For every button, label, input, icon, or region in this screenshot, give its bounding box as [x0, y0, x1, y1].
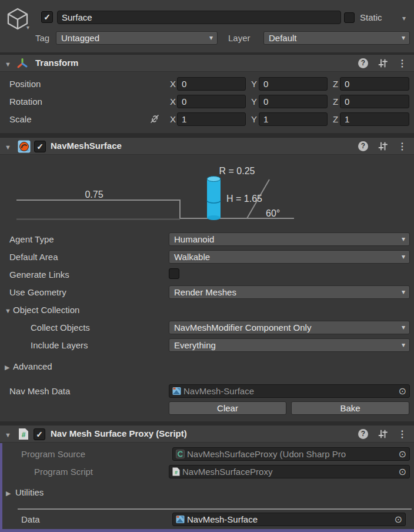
- axis-z-label: Z: [333, 114, 338, 125]
- use-geometry-dropdown[interactable]: Render Meshes ▾: [169, 285, 410, 299]
- foldout-closed-icon[interactable]: ▶: [6, 489, 11, 497]
- proxy-title: Nav Mesh Surface Proxy (Script): [51, 428, 187, 438]
- position-y-field[interactable]: 0: [259, 77, 328, 91]
- tag-dropdown[interactable]: Untagged ▾: [56, 31, 218, 45]
- position-x-value: 0: [182, 79, 186, 89]
- position-z-value: 0: [345, 79, 349, 89]
- foldout-open-icon[interactable]: ▼: [5, 143, 11, 151]
- data-value: NavMesh-Surface: [187, 514, 392, 524]
- program-source-value: NavMeshSurfaceProxy (Udon Sharp Pro: [187, 449, 396, 459]
- collect-objects-dropdown[interactable]: NavMeshModifier Component Only ▾: [169, 321, 410, 334]
- program-script-field[interactable]: # NavMeshSurfaceProxy ⊙: [169, 465, 410, 478]
- unlink-icon[interactable]: [149, 113, 161, 125]
- include-layers-label: Include Layers: [31, 340, 88, 351]
- rotation-y-field[interactable]: 0: [259, 95, 328, 108]
- generate-links-checkbox[interactable]: [169, 268, 179, 279]
- scale-x-field[interactable]: 1: [177, 112, 246, 126]
- navmeshsurface-header[interactable]: ▼ ✓ NavMeshSurface ? ⋮: [0, 137, 414, 155]
- gameobject-name-input[interactable]: Surface: [57, 11, 341, 24]
- advanced-foldout[interactable]: Advanced: [13, 361, 52, 373]
- static-dropdown-icon[interactable]: ▾: [402, 14, 406, 22]
- agent-type-dropdown[interactable]: Humanoid ▾: [169, 232, 410, 246]
- gameobject-cube-icon[interactable]: [6, 7, 29, 31]
- help-icon[interactable]: ?: [358, 141, 368, 151]
- object-collection-foldout[interactable]: Object Collection: [13, 304, 79, 316]
- selection-outline-left: [0, 443, 2, 532]
- position-label: Position: [9, 78, 41, 90]
- program-source-field[interactable]: NavMeshSurfaceProxy (Udon Sharp Pro ⊙: [172, 447, 410, 461]
- help-icon[interactable]: ?: [358, 429, 368, 439]
- scale-y-value: 1: [263, 114, 268, 124]
- data-label: Data: [21, 514, 40, 526]
- navmesh-asset-icon: [172, 387, 181, 395]
- chevron-down-icon: ▾: [402, 251, 405, 263]
- chevron-down-icon: ▾: [402, 339, 405, 351]
- scale-y-field[interactable]: 1: [259, 112, 328, 126]
- static-checkbox[interactable]: [344, 12, 355, 23]
- chevron-down-icon: ▾: [402, 321, 405, 334]
- transform-header[interactable]: ▼ Transform ? ⋮: [0, 54, 414, 72]
- clear-button[interactable]: Clear: [169, 401, 286, 415]
- check-icon: ✓: [44, 12, 51, 22]
- bake-button[interactable]: Bake: [291, 401, 409, 415]
- utilities-foldout[interactable]: Utilities: [15, 487, 44, 498]
- proxy-header[interactable]: ▼ # ✓ Nav Mesh Surface Proxy (Script) ? …: [0, 425, 414, 443]
- csharp-script-icon: #: [172, 467, 180, 476]
- position-z-field[interactable]: 0: [340, 77, 409, 91]
- diagram-height-label: H = 1.65: [226, 194, 262, 204]
- axis-y-label: Y: [251, 114, 257, 125]
- rotation-x-field[interactable]: 0: [177, 95, 246, 108]
- object-picker-icon[interactable]: ⊙: [399, 385, 406, 397]
- chevron-down-icon: ▾: [402, 233, 405, 245]
- foldout-open-icon[interactable]: ▼: [5, 307, 11, 315]
- csharp-script-icon: #: [18, 428, 29, 440]
- position-y-value: 0: [263, 79, 268, 89]
- axis-y-label: Y: [251, 96, 257, 108]
- default-area-label: Default Area: [9, 251, 58, 263]
- diagram-radius-label: R = 0.25: [219, 166, 255, 176]
- selection-outline-bottom: [0, 529, 414, 532]
- menu-icon[interactable]: ⋮: [398, 141, 407, 151]
- object-picker-icon[interactable]: ⊙: [395, 514, 402, 526]
- menu-icon[interactable]: ⋮: [398, 429, 407, 439]
- proxy-enabled-checkbox[interactable]: ✓: [34, 428, 45, 440]
- foldout-open-icon[interactable]: ▼: [5, 60, 11, 68]
- default-area-dropdown[interactable]: Walkable ▾: [169, 250, 410, 264]
- help-icon[interactable]: ?: [358, 58, 368, 68]
- include-layers-value: Everything: [174, 340, 216, 350]
- use-geometry-value: Render Meshes: [174, 287, 236, 297]
- generate-links-label: Generate Links: [9, 269, 69, 281]
- layer-value: Default: [269, 33, 297, 43]
- chevron-down-icon: ▾: [402, 32, 405, 44]
- gameobject-icon-dropdown-icon[interactable]: ▾: [26, 24, 29, 32]
- axis-x-label: X: [170, 78, 176, 90]
- agent-type-label: Agent Type: [9, 234, 54, 245]
- presets-icon[interactable]: [378, 142, 388, 151]
- presets-icon[interactable]: [378, 59, 388, 68]
- axis-x-label: X: [170, 96, 176, 108]
- udon-program-icon: [176, 450, 185, 458]
- foldout-closed-icon[interactable]: ▶: [5, 363, 9, 371]
- object-picker-icon[interactable]: ⊙: [399, 466, 406, 478]
- navmeshsurface-enabled-checkbox[interactable]: ✓: [34, 141, 46, 152]
- menu-icon[interactable]: ⋮: [398, 58, 407, 68]
- rotation-z-field[interactable]: 0: [340, 95, 409, 108]
- scale-z-field[interactable]: 1: [340, 112, 409, 126]
- program-source-label: Program Source: [21, 448, 85, 460]
- svg-text:#: #: [22, 431, 26, 439]
- program-script-label: Program Script: [34, 466, 93, 478]
- data-field[interactable]: NavMesh-Surface ⊙: [172, 513, 406, 526]
- rotation-x-value: 0: [182, 97, 186, 107]
- presets-icon[interactable]: [378, 430, 388, 438]
- position-x-field[interactable]: 0: [177, 77, 246, 91]
- axis-z-label: Z: [333, 78, 338, 90]
- gameobject-active-checkbox[interactable]: ✓: [41, 11, 53, 23]
- nav-mesh-data-field[interactable]: NavMesh-Surface ⊙: [169, 384, 410, 398]
- check-icon: ✓: [36, 142, 44, 151]
- layer-dropdown[interactable]: Default ▾: [263, 31, 410, 45]
- foldout-open-icon[interactable]: ▼: [5, 431, 11, 439]
- navmeshsurface-icon: [18, 140, 31, 153]
- object-picker-icon[interactable]: ⊙: [399, 448, 406, 460]
- diagram-slope-label: 60°: [266, 208, 280, 218]
- include-layers-dropdown[interactable]: Everything ▾: [169, 338, 410, 352]
